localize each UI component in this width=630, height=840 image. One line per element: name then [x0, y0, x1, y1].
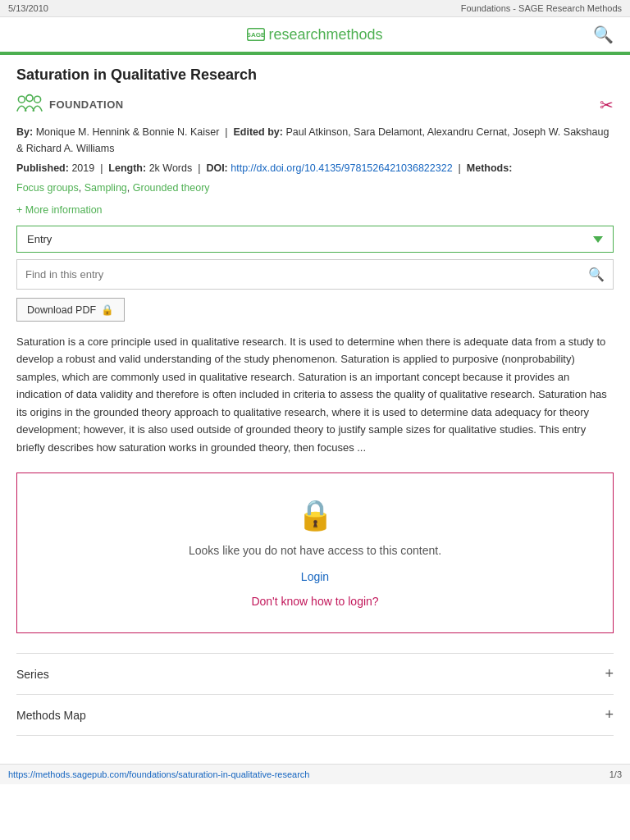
tools-icon[interactable]: ✂: [600, 95, 614, 115]
authors-line: By: Monique M. Hennink & Bonnie N. Kaise…: [16, 124, 614, 157]
doi-label: DOI:: [206, 162, 227, 174]
doi-link[interactable]: http://dx.doi.org/10.4135/97815264210368…: [231, 162, 452, 174]
svg-point-3: [34, 96, 41, 103]
find-entry-row: 🔍: [16, 259, 614, 290]
methods-map-section[interactable]: Methods Map +: [16, 694, 614, 736]
published-line: Published: 2019 | Length: 2k Words | DOI…: [16, 160, 614, 176]
access-box: 🔒 Looks like you do not have access to t…: [16, 472, 614, 633]
footer-page: 1/3: [609, 769, 622, 779]
page-title: Saturation in Qualitative Research: [16, 66, 614, 84]
series-label: Series: [16, 668, 49, 681]
entry-dropdown[interactable]: Entry: [16, 226, 614, 253]
series-expand-icon: +: [605, 665, 614, 682]
series-section[interactable]: Series +: [16, 653, 614, 694]
authors: Monique M. Hennink & Bonnie N. Kaiser: [36, 126, 220, 138]
length-value: 2k Words: [149, 162, 193, 174]
large-lock-icon: 🔒: [34, 498, 596, 532]
download-pdf-label: Download PDF: [27, 304, 96, 316]
method-grounded-theory[interactable]: Grounded theory: [133, 182, 210, 194]
lock-icon: 🔒: [101, 304, 114, 316]
svg-point-2: [18, 96, 25, 103]
footer-bar: https://methods.sagepub.com/foundations/…: [0, 764, 630, 784]
svg-point-4: [26, 95, 33, 102]
browser-date: 5/13/2010: [8, 3, 48, 13]
site-logo: SAGE researchmethods: [247, 25, 382, 43]
by-label: By:: [16, 126, 33, 138]
published-label: Published:: [16, 162, 69, 174]
find-entry-search-icon[interactable]: 🔍: [580, 260, 613, 289]
login-link[interactable]: Login: [34, 570, 596, 583]
footer-url[interactable]: https://methods.sagepub.com/foundations/…: [8, 769, 310, 779]
more-info-link[interactable]: + More information: [16, 204, 103, 216]
methods-map-label: Methods Map: [16, 709, 86, 722]
find-entry-input[interactable]: [17, 262, 580, 287]
header-search-icon[interactable]: 🔍: [593, 25, 614, 44]
method-sampling[interactable]: Sampling: [84, 182, 127, 194]
sage-logo-icon: SAGE: [247, 25, 265, 43]
method-focus-groups[interactable]: Focus groups: [16, 182, 79, 194]
length-label: Length:: [108, 162, 146, 174]
foundation-left: FOUNDATION: [16, 94, 124, 116]
research-methods-label: researchmethods: [268, 26, 382, 43]
svg-text:SAGE: SAGE: [247, 31, 265, 39]
published-year: 2019: [71, 162, 94, 174]
browser-title: Foundations - SAGE Research Methods: [461, 3, 622, 13]
methods-label: Methods:: [467, 162, 513, 174]
sage-brand: SAGE: [247, 25, 265, 43]
dont-know-link[interactable]: Don't know how to login?: [34, 595, 596, 608]
foundation-label: FOUNDATION: [49, 98, 124, 111]
download-pdf-button[interactable]: Download PDF 🔒: [16, 298, 125, 322]
main-content: Saturation in Qualitative Research FOUND…: [0, 55, 630, 747]
browser-bar: 5/13/2010 Foundations - SAGE Research Me…: [0, 0, 630, 17]
site-header: SAGE researchmethods 🔍: [0, 17, 630, 53]
abstract-text: Saturation is a core principle used in q…: [16, 333, 614, 456]
access-message: Looks like you do not have access to thi…: [34, 544, 596, 557]
methods-line: Focus groups, Sampling, Grounded theory: [16, 180, 614, 196]
edited-by-label: Edited by:: [234, 126, 283, 138]
foundation-icon: [16, 94, 43, 116]
foundation-row: FOUNDATION ✂: [16, 94, 614, 116]
methods-map-expand-icon: +: [605, 706, 614, 724]
